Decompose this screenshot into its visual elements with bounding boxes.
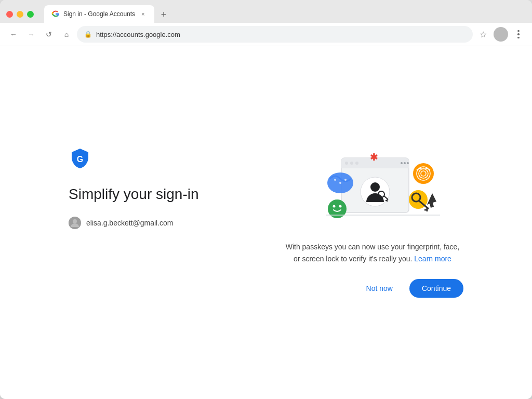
svg-point-25 [339, 205, 342, 208]
menu-dot-3 [517, 37, 520, 38]
navigation-bar: ← → ↺ ⌂ 🔒 https://accounts.google.com ☆ [0, 23, 532, 46]
svg-point-14 [370, 182, 380, 192]
svg-point-22 [344, 179, 347, 181]
bookmark-icon: ☆ [480, 30, 487, 39]
tab-title: Sign in - Google Accounts [63, 10, 135, 18]
svg-point-12 [407, 162, 409, 164]
active-tab[interactable]: Sign in - Google Accounts × [44, 5, 154, 23]
avatar-icon [69, 217, 81, 229]
forward-icon: → [28, 30, 35, 38]
menu-dot-2 [517, 33, 520, 35]
window-controls-row: Sign in - Google Accounts × + [6, 5, 526, 23]
action-buttons: Not now Continue [358, 279, 463, 298]
profile-button[interactable] [494, 27, 508, 42]
svg-point-31 [413, 163, 434, 184]
minimize-window-button[interactable] [17, 11, 23, 18]
lock-icon: 🔒 [84, 31, 92, 38]
google-g-icon [51, 10, 60, 18]
svg-point-9 [355, 162, 358, 165]
svg-text:G: G [77, 155, 83, 164]
card-right: ✱ With passkeys you can now use your fin… [282, 148, 463, 298]
bookmark-button[interactable]: ☆ [476, 27, 490, 42]
reload-icon: ↺ [46, 30, 52, 38]
tab-favicon [51, 10, 60, 18]
svg-point-3 [73, 219, 77, 223]
svg-point-10 [401, 162, 403, 164]
window-controls [6, 11, 34, 18]
not-now-button[interactable]: Not now [358, 279, 401, 298]
svg-point-7 [345, 162, 348, 165]
address-bar[interactable]: 🔒 https://accounts.google.com [77, 26, 473, 43]
svg-point-8 [350, 162, 353, 165]
home-button[interactable]: ⌂ [59, 27, 74, 42]
url-text: https://accounts.google.com [96, 31, 466, 38]
menu-button[interactable] [511, 27, 526, 42]
forward-button[interactable]: → [24, 27, 38, 42]
svg-text:✱: ✱ [370, 152, 378, 163]
browser-window: Sign in - Google Accounts × + ← → ↺ ⌂ 🔒 … [0, 0, 532, 399]
svg-point-20 [334, 179, 336, 181]
reload-button[interactable]: ↺ [42, 27, 56, 42]
tab-bar: Sign in - Google Accounts × + [44, 5, 526, 23]
close-window-button[interactable] [6, 11, 13, 18]
continue-button[interactable]: Continue [409, 279, 463, 298]
user-email: elisa.g.beckett@gmail.com [86, 219, 174, 227]
page-content: G Simplify your sign-in elisa.g.beckett@… [0, 46, 532, 399]
svg-point-24 [333, 205, 336, 208]
maximize-window-button[interactable] [27, 11, 34, 18]
user-row: elisa.g.beckett@gmail.com [69, 217, 250, 229]
svg-marker-36 [427, 193, 436, 208]
menu-dot-1 [517, 30, 520, 32]
google-shield-icon: G [69, 148, 250, 172]
description-text: With passkeys you can now use your finge… [284, 241, 461, 264]
avatar [69, 217, 81, 229]
card-left: G Simplify your sign-in elisa.g.beckett@… [69, 148, 250, 229]
svg-point-21 [339, 182, 341, 184]
back-button[interactable]: ← [6, 27, 21, 42]
passkeys-illustration: ✱ [295, 148, 450, 231]
tab-close-button[interactable]: × [139, 10, 147, 18]
new-tab-button[interactable]: + [156, 7, 171, 22]
card: G Simplify your sign-in elisa.g.beckett@… [43, 127, 489, 318]
svg-point-11 [404, 162, 406, 164]
learn-more-link[interactable]: Learn more [414, 255, 451, 263]
page-title: Simplify your sign-in [69, 185, 250, 204]
home-icon: ⌂ [64, 30, 69, 38]
back-icon: ← [10, 30, 17, 38]
title-bar: Sign in - Google Accounts × + [0, 0, 532, 23]
